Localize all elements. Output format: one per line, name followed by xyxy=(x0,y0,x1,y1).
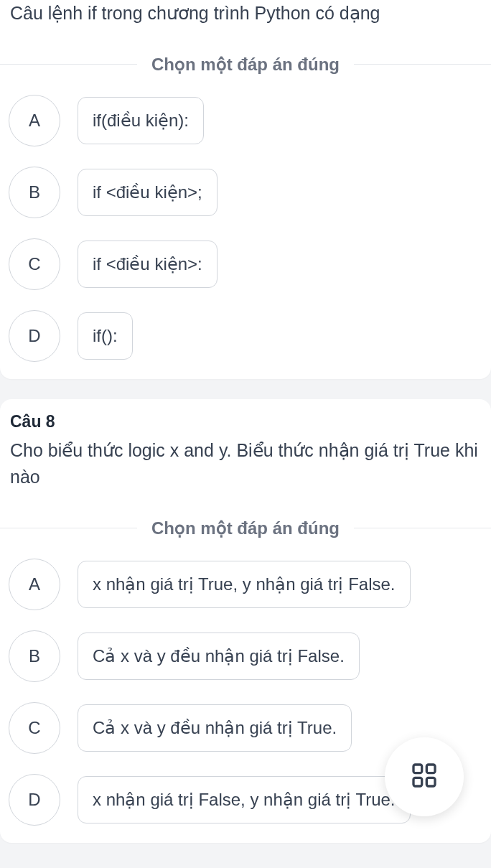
option-b[interactable]: B if <điều kiện>; xyxy=(9,167,482,218)
svg-rect-3 xyxy=(426,778,435,786)
option-d[interactable]: D if(): xyxy=(9,310,482,362)
option-letter: B xyxy=(9,167,60,218)
option-a[interactable]: A if(điều kiện): xyxy=(9,95,482,146)
grid-icon xyxy=(410,761,439,793)
option-letter: C xyxy=(9,702,60,754)
question-text: Câu lệnh if trong chương trình Python có… xyxy=(9,0,482,42)
instruction-divider: Chọn một đáp án đúng xyxy=(0,518,491,538)
option-letter: B xyxy=(9,630,60,682)
option-text: x nhận giá trị False, y nhận giá trị Tru… xyxy=(78,776,411,823)
instruction-divider: Chọn một đáp án đúng xyxy=(0,55,491,75)
option-text: Cả x và y đều nhận giá trị True. xyxy=(78,704,352,752)
option-text: if <điều kiện>; xyxy=(78,169,218,216)
grid-menu-button[interactable] xyxy=(385,737,464,816)
option-text: if <điều kiện>: xyxy=(78,241,218,288)
question-number: Câu 8 xyxy=(9,412,482,437)
option-b[interactable]: B Cả x và y đều nhận giá trị False. xyxy=(9,630,482,682)
options-list: A if(điều kiện): B if <điều kiện>; C if … xyxy=(9,95,482,362)
option-letter: C xyxy=(9,238,60,290)
option-text: x nhận giá trị True, y nhận giá trị Fals… xyxy=(78,561,411,608)
option-letter: D xyxy=(9,774,60,826)
option-c[interactable]: C if <điều kiện>: xyxy=(9,238,482,290)
svg-rect-1 xyxy=(426,765,435,773)
option-letter: A xyxy=(9,95,60,146)
option-text: if(điều kiện): xyxy=(78,97,204,144)
question-card-7: Câu lệnh if trong chương trình Python có… xyxy=(0,0,491,379)
svg-rect-0 xyxy=(413,765,422,773)
question-text: Cho biểu thức logic x and y. Biểu thức n… xyxy=(9,437,482,505)
option-text: Cả x và y đều nhận giá trị False. xyxy=(78,633,360,680)
option-a[interactable]: A x nhận giá trị True, y nhận giá trị Fa… xyxy=(9,559,482,610)
instruction-text: Chọn một đáp án đúng xyxy=(137,55,354,75)
option-letter: D xyxy=(9,310,60,362)
instruction-text: Chọn một đáp án đúng xyxy=(137,518,354,538)
option-text: if(): xyxy=(78,312,133,360)
option-letter: A xyxy=(9,559,60,610)
svg-rect-2 xyxy=(413,778,422,786)
